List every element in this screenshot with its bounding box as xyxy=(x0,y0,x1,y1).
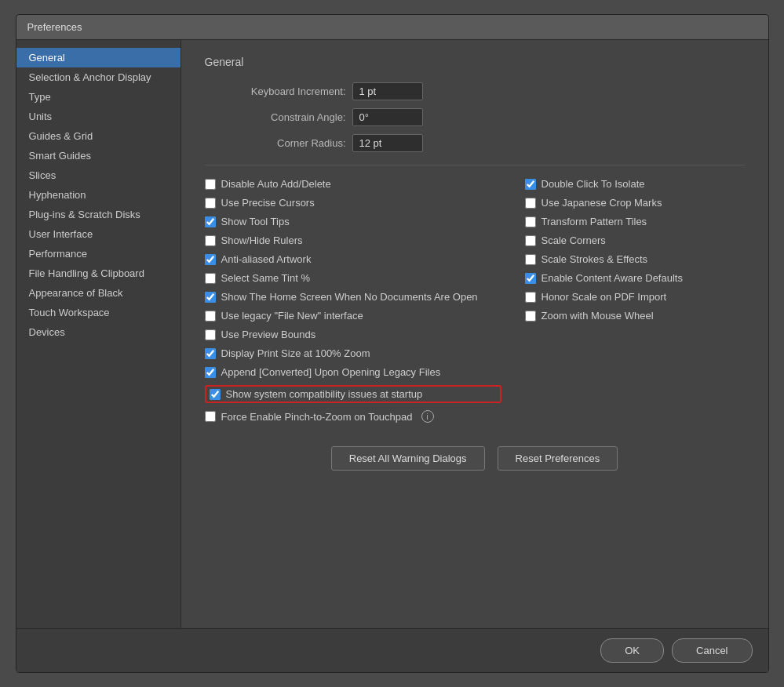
sidebar-item-selection-anchor[interactable]: Selection & Anchor Display xyxy=(16,67,181,87)
checkbox-display-print-size[interactable]: Display Print Size at 100% Zoom xyxy=(205,347,501,359)
checkboxes-section: Disable Auto Add/Delete Use Precise Curs… xyxy=(205,178,745,423)
reset-warnings-button[interactable]: Reset All Warning Dialogs xyxy=(331,446,485,471)
checkbox-honor-scale-pdf[interactable]: Honor Scale on PDF Import xyxy=(525,291,745,303)
right-checkboxes: Double Click To Isolate Use Japanese Cro… xyxy=(525,178,745,423)
sidebar-item-user-interface[interactable]: User Interface xyxy=(16,224,181,244)
title-bar: Preferences xyxy=(16,15,768,40)
checkbox-show-tool-tips[interactable]: Show Tool Tips xyxy=(205,216,501,227)
constrain-angle-input[interactable] xyxy=(352,108,423,126)
sidebar-item-file-handling[interactable]: File Handling & Clipboard xyxy=(16,264,181,283)
checkbox-zoom-mouse-wheel[interactable]: Zoom with Mouse Wheel xyxy=(525,310,745,322)
keyboard-increment-input[interactable] xyxy=(352,82,423,100)
action-buttons: Reset All Warning Dialogs Reset Preferen… xyxy=(205,446,745,471)
corner-radius-label: Corner Radius: xyxy=(221,137,346,149)
constrain-angle-label: Constrain Angle: xyxy=(221,111,346,123)
sidebar-item-plugins-scratch[interactable]: Plug-ins & Scratch Disks xyxy=(16,205,181,224)
sidebar: GeneralSelection & Anchor DisplayTypeUni… xyxy=(16,40,181,628)
corner-radius-input[interactable] xyxy=(352,134,423,152)
reset-preferences-button[interactable]: Reset Preferences xyxy=(498,446,618,471)
info-icon[interactable]: i xyxy=(421,410,434,423)
ok-button[interactable]: OK xyxy=(600,638,664,663)
left-checkboxes: Disable Auto Add/Delete Use Precise Curs… xyxy=(205,178,501,423)
checkbox-double-click-isolate[interactable]: Double Click To Isolate xyxy=(525,178,745,190)
checkbox-select-same-tint[interactable]: Select Same Tint % xyxy=(205,272,501,284)
checkbox-disable-auto[interactable]: Disable Auto Add/Delete xyxy=(205,178,501,190)
checkbox-show-system-compat-highlighted[interactable]: Show system compatibility issues at star… xyxy=(205,385,501,403)
sidebar-item-units[interactable]: Units xyxy=(16,107,181,126)
sidebar-item-slices[interactable]: Slices xyxy=(16,165,181,185)
corner-radius-row: Corner Radius: xyxy=(221,134,745,152)
checkbox-show-hide-rulers[interactable]: Show/Hide Rulers xyxy=(205,234,501,246)
sidebar-item-type[interactable]: Type xyxy=(16,87,181,107)
sidebar-item-guides-grid[interactable]: Guides & Grid xyxy=(16,126,181,146)
preferences-dialog: Preferences GeneralSelection & Anchor Di… xyxy=(16,14,769,673)
checkbox-scale-corners[interactable]: Scale Corners xyxy=(525,234,745,246)
checkbox-use-precise[interactable]: Use Precise Cursors xyxy=(205,197,501,209)
dialog-footer: OK Cancel xyxy=(16,628,768,672)
checkbox-use-legacy[interactable]: Use legacy "File New" interface xyxy=(205,310,501,322)
cancel-button[interactable]: Cancel xyxy=(672,638,752,663)
sidebar-item-smart-guides[interactable]: Smart Guides xyxy=(16,146,181,165)
fields-section: Keyboard Increment: Constrain Angle: Cor… xyxy=(205,82,745,152)
checkbox-use-japanese-crop[interactable]: Use Japanese Crop Marks xyxy=(525,197,745,209)
checkbox-transform-pattern[interactable]: Transform Pattern Tiles xyxy=(525,216,745,227)
sidebar-item-touch-workspace[interactable]: Touch Workspace xyxy=(16,303,181,322)
sidebar-item-appearance-black[interactable]: Appearance of Black xyxy=(16,283,181,303)
keyboard-increment-label: Keyboard Increment: xyxy=(221,85,346,97)
dialog-body: GeneralSelection & Anchor DisplayTypeUni… xyxy=(16,40,768,628)
checkbox-show-home-screen[interactable]: Show The Home Screen When No Documents A… xyxy=(205,291,501,303)
keyboard-increment-row: Keyboard Increment: xyxy=(221,82,745,100)
sidebar-item-hyphenation[interactable]: Hyphenation xyxy=(16,185,181,205)
checkbox-force-pinch-zoom[interactable]: Force Enable Pinch-to-Zoom on Touchpad i xyxy=(205,410,501,423)
sidebar-item-performance[interactable]: Performance xyxy=(16,244,181,264)
title-label: Preferences xyxy=(27,21,82,33)
main-content: General Keyboard Increment: Constrain An… xyxy=(181,40,768,628)
section-title: General xyxy=(205,56,745,68)
checkbox-append-converted[interactable]: Append [Converted] Upon Opening Legacy F… xyxy=(205,366,501,378)
checkbox-anti-aliased[interactable]: Anti-aliased Artwork xyxy=(205,253,501,265)
checkbox-use-preview-bounds[interactable]: Use Preview Bounds xyxy=(205,329,501,340)
checkbox-enable-content-aware[interactable]: Enable Content Aware Defaults xyxy=(525,272,745,284)
constrain-angle-row: Constrain Angle: xyxy=(221,108,745,126)
checkbox-scale-strokes[interactable]: Scale Strokes & Effects xyxy=(525,253,745,265)
sidebar-item-general[interactable]: General xyxy=(16,48,181,67)
sidebar-item-devices[interactable]: Devices xyxy=(16,322,181,342)
